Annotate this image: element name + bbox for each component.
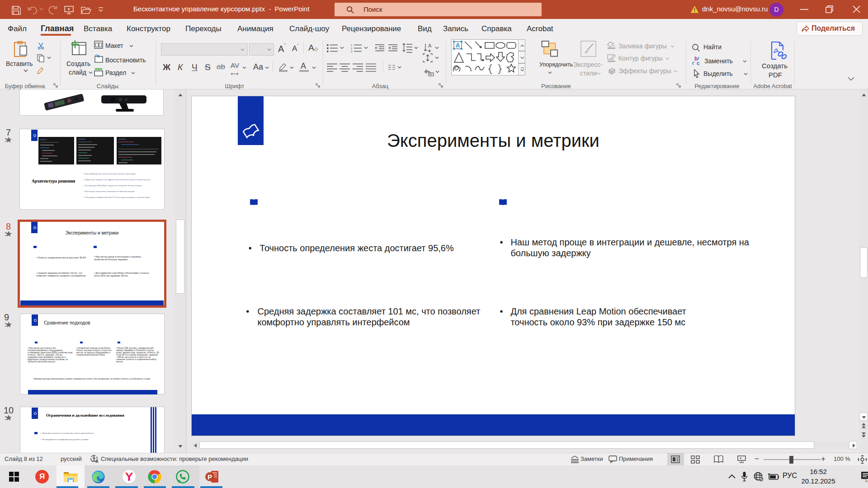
- svg-text:c: c: [697, 60, 700, 66]
- svg-text:А: А: [428, 43, 432, 48]
- svg-text:2: 2: [351, 47, 353, 50]
- svg-text:А: А: [456, 42, 460, 49]
- svg-text:1: 1: [351, 44, 353, 47]
- svg-text:P: P: [208, 473, 212, 481]
- svg-text:3: 3: [351, 50, 353, 52]
